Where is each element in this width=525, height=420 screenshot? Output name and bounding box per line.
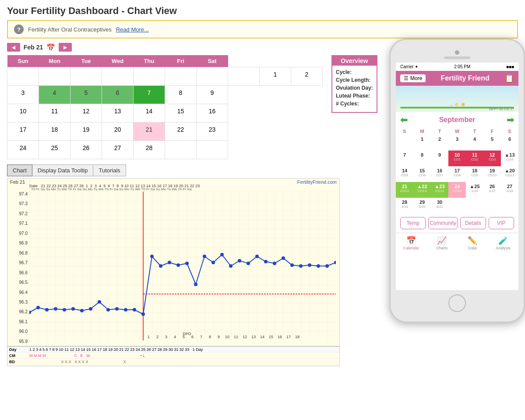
calendar-day-cell[interactable]: 15: [165, 104, 197, 122]
phone-home-button[interactable]: [448, 294, 466, 312]
phone-cal-cell[interactable]: 16CD7: [431, 166, 448, 182]
calendar-day-cell[interactable]: 18: [39, 122, 70, 141]
phone-cal-cell[interactable]: 262/17: [483, 182, 501, 198]
svg-point-28: [247, 262, 250, 265]
phone-action-community-button[interactable]: Community: [428, 217, 458, 229]
calendar-day-cell[interactable]: 8: [165, 86, 197, 104]
phone-action-vip-button[interactable]: VIP: [489, 217, 514, 229]
phone-nav-label: Calendar: [403, 246, 419, 250]
phone-cal-cell[interactable]: ▲23CD14: [431, 182, 448, 198]
tip-read-more-link[interactable]: Read More...: [116, 26, 149, 33]
calendar-next-button[interactable]: ►: [59, 43, 72, 52]
calendar-day-cell[interactable]: 16: [197, 104, 228, 122]
svg-point-21: [185, 262, 189, 265]
phone-prev-month-button[interactable]: ⬅: [400, 115, 408, 125]
calendar-day-cell[interactable]: 14: [134, 104, 165, 122]
analysis-icon: 🧪: [498, 236, 508, 245]
phone-cal-cell[interactable]: ▲20CD11: [501, 166, 518, 182]
chart-toolbar-button-0[interactable]: Chart: [7, 164, 32, 176]
calendar-day-cell[interactable]: 25: [39, 141, 70, 159]
phone-cal-cell[interactable]: 15CD6: [413, 166, 431, 182]
calendar-day-cell[interactable]: 23: [197, 122, 228, 141]
svg-point-9: [80, 309, 84, 312]
calendar-prev-button[interactable]: ◄: [7, 43, 20, 52]
phone-more-button[interactable]: ☰ More: [400, 74, 426, 82]
phone-cal-cell[interactable]: 11CD2: [466, 150, 483, 166]
tip-icon: ?: [14, 24, 24, 34]
phone-next-month-button[interactable]: ➡: [507, 115, 514, 125]
phone-nav-calendar[interactable]: 📅Calendar: [396, 233, 426, 253]
phone-month-title: September: [439, 116, 476, 124]
calendar-day-cell[interactable]: 21: [134, 122, 165, 141]
calendar-day-cell[interactable]: 27: [102, 141, 134, 159]
phone-action-details-button[interactable]: Details: [460, 217, 486, 229]
calendar-day-cell[interactable]: [165, 67, 197, 86]
phone-nav-charts[interactable]: 📈Charts: [426, 233, 457, 253]
chart-toolbar-button-1[interactable]: Display Data Tooltip: [32, 164, 94, 176]
phone-cal-cell[interactable]: 284/19: [396, 198, 413, 214]
chart-date-label: Feb 21: [10, 179, 25, 185]
calendar-day-cell[interactable]: 28: [134, 141, 165, 159]
phone-cal-cell[interactable]: 6: [501, 135, 518, 150]
calendar-day-cell[interactable]: 5: [70, 86, 102, 104]
phone-cal-day-header: T: [431, 128, 448, 135]
calendar-day-cell[interactable]: 7: [134, 86, 165, 104]
calendar-day-cell[interactable]: 12: [70, 104, 102, 122]
svg-point-27: [238, 259, 241, 262]
phone-cal-cell[interactable]: 1: [413, 135, 431, 150]
calendar-day-cell[interactable]: 4: [39, 86, 70, 104]
phone-cal-cell[interactable]: 21CD12: [396, 182, 413, 198]
phone-cal-cell[interactable]: 9: [431, 150, 448, 166]
calendar-day-cell[interactable]: [165, 141, 197, 159]
calendar-day-cell[interactable]: 2: [291, 67, 323, 86]
chart-toolbar-button-2[interactable]: Tutorials: [93, 164, 126, 176]
calendar-day-cell[interactable]: 20: [102, 122, 134, 141]
phone-cal-cell[interactable]: 8: [413, 150, 431, 166]
phone-cal-cell[interactable]: ▲13CD4: [501, 150, 518, 166]
calendar-day-cell[interactable]: 3: [7, 86, 39, 104]
phone-action-temp-button[interactable]: Temp: [400, 217, 426, 229]
overview-title: Overview: [332, 56, 377, 66]
phone-nav-data[interactable]: ✏️Data: [457, 233, 488, 253]
overview-label: Cycle:: [336, 69, 352, 75]
calendar-day-cell[interactable]: 11: [39, 104, 70, 122]
phone-cal-cell[interactable]: 7: [396, 150, 413, 166]
phone-cal-cell[interactable]: 19CD10: [483, 166, 501, 182]
phone-cal-cell[interactable]: 273/18: [501, 182, 518, 198]
calendar-day-cell[interactable]: 22: [165, 122, 197, 141]
phone-cal-cell[interactable]: 4: [466, 135, 483, 150]
calendar-day-cell[interactable]: 13: [102, 104, 134, 122]
calendar-month-label: Feb 21: [24, 44, 43, 51]
calendar-day-cell[interactable]: [197, 141, 228, 159]
phone-cal-cell[interactable]: 306/21: [431, 198, 448, 214]
phone-calendar-table: SMTWTFS 12345678910CD111CD212CD3▲13CD414…: [396, 128, 518, 214]
calendar-day-cell[interactable]: 19: [70, 122, 102, 141]
phone-nav-analysis[interactable]: 🧪Analysis: [488, 233, 518, 253]
calendar-day-cell[interactable]: [134, 67, 165, 86]
calendar-icon[interactable]: 📅: [46, 43, 55, 52]
calendar-day-cell[interactable]: 9: [197, 86, 228, 104]
phone-cal-cell[interactable]: ▲251/16: [466, 182, 483, 198]
phone-cal-cell[interactable]: 17CD8: [448, 166, 466, 182]
calendar-day-cell[interactable]: 1: [260, 67, 291, 86]
phone-cal-cell[interactable]: 10CD1: [448, 150, 466, 166]
calendar-day-cell[interactable]: 24: [7, 141, 39, 159]
phone-cal-cell[interactable]: 24CD15: [448, 182, 466, 198]
calendar-day-cell[interactable]: 17: [7, 122, 39, 141]
phone-cal-day-header: W: [448, 128, 466, 135]
phone-cal-cell[interactable]: 295/20: [413, 198, 431, 214]
phone-cal-cell[interactable]: 3: [448, 135, 466, 150]
phone-cal-cell[interactable]: ▲22CD13: [413, 182, 431, 198]
svg-point-22: [194, 283, 197, 286]
phone-cal-cell[interactable]: 12CD3: [483, 150, 501, 166]
phone-cal-day-header: T: [466, 128, 483, 135]
phone-cal-cell[interactable]: 18CD9: [466, 166, 483, 182]
phone-cal-cell[interactable]: 2: [431, 135, 448, 150]
calendar-day-cell[interactable]: 6: [102, 86, 134, 104]
calendar-day-cell[interactable]: 26: [70, 141, 102, 159]
phone-cal-cell[interactable]: 5: [483, 135, 501, 150]
phone-cal-cell[interactable]: 14CD5: [396, 166, 413, 182]
calendar-day-cell[interactable]: 10: [7, 104, 39, 122]
calendar-day-cell[interactable]: [228, 67, 260, 86]
calendar-day-cell[interactable]: [197, 67, 228, 86]
